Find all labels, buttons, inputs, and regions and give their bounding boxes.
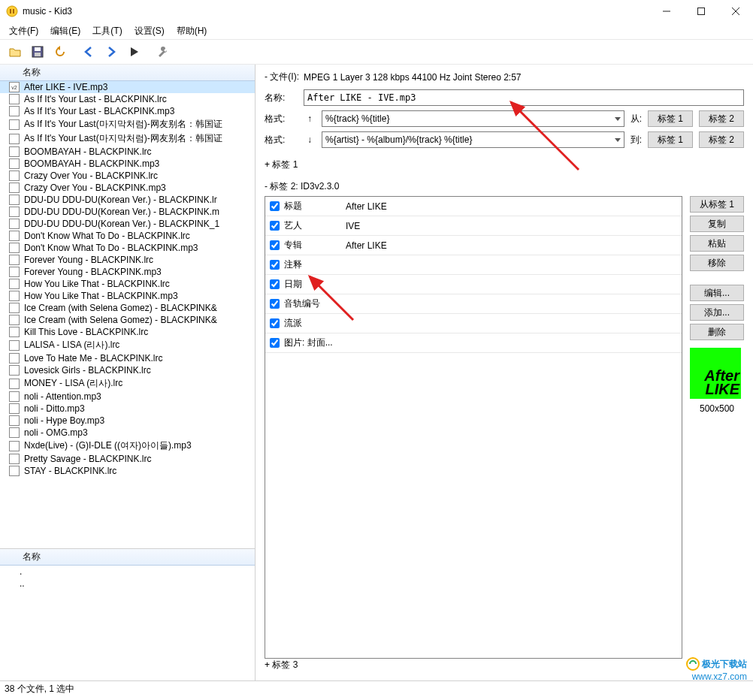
- tag-checkbox[interactable]: [270, 260, 280, 270]
- tag2-section[interactable]: - 标签 2: ID3v2.3.0: [265, 180, 744, 193]
- file-item[interactable]: Crazy Over You - BLACKPINK.lrc: [0, 170, 255, 182]
- file-info: - 文件(I): MPEG 1 Layer 3 128 kbps 44100 H…: [265, 71, 744, 83]
- tag-checkbox[interactable]: [270, 240, 280, 250]
- svg-rect-7: [35, 53, 41, 56]
- tag-name: 流派: [284, 317, 346, 330]
- remove-button[interactable]: 移除: [690, 255, 744, 271]
- tag-row[interactable]: 图片: 封面...: [265, 333, 682, 353]
- file-item[interactable]: DDU-DU DDU-DU(Korean Ver.) - BLACKPINK.m: [0, 206, 255, 218]
- file-item[interactable]: Forever Young - BLACKPINK.mp3: [0, 266, 255, 278]
- file-item[interactable]: Ice Cream (with Selena Gomez) - BLACKPIN…: [0, 302, 255, 314]
- to-tag2-button[interactable]: 标签 2: [699, 131, 744, 148]
- file-item[interactable]: BOOMBAYAH - BLACKPINK.lrc: [0, 146, 255, 158]
- tag-checkbox[interactable]: [270, 221, 280, 231]
- file-item[interactable]: Don't Know What To Do - BLACKPINK.lrc: [0, 230, 255, 242]
- tag-value[interactable]: After LIKE: [346, 201, 677, 212]
- from-tag1-button[interactable]: 标签 1: [648, 110, 693, 127]
- dir-dotdot[interactable]: ..: [20, 578, 25, 589]
- tag-value[interactable]: IVE: [346, 221, 677, 231]
- forward-icon[interactable]: [101, 41, 122, 62]
- open-folder-icon[interactable]: [5, 41, 26, 62]
- format-down-combo[interactable]: %{artist} - %{album}/%{track} %{title}: [322, 131, 624, 148]
- file-item[interactable]: noli - OMG.mp3: [0, 427, 255, 439]
- paste-button[interactable]: 粘贴: [690, 235, 744, 252]
- tag3-section[interactable]: + 标签 3: [265, 659, 744, 671]
- minimize-button[interactable]: [649, 0, 684, 23]
- back-icon[interactable]: [78, 41, 99, 62]
- configure-icon[interactable]: [152, 41, 173, 62]
- tag-checkbox[interactable]: [270, 318, 280, 328]
- file-item[interactable]: noli - Ditto.mp3: [0, 403, 255, 415]
- file-item[interactable]: As If It's Your Last - BLACKPINK.lrc: [0, 93, 255, 105]
- tag-row[interactable]: 日期: [265, 275, 682, 294]
- file-item[interactable]: Love To Hate Me - BLACKPINK.lrc: [0, 352, 255, 364]
- dir-dot[interactable]: .: [20, 566, 22, 577]
- filename-input[interactable]: [304, 89, 744, 106]
- name-label: 名称:: [265, 92, 298, 104]
- menu-edit[interactable]: 编辑(E): [46, 23, 85, 39]
- tag-row[interactable]: 音轨编号: [265, 294, 682, 314]
- file-list[interactable]: v2After LIKE - IVE.mp3As If It's Your La…: [0, 81, 255, 549]
- tag-row[interactable]: 流派: [265, 314, 682, 333]
- play-icon[interactable]: [123, 41, 144, 62]
- to-tag1-button[interactable]: 标签 1: [648, 131, 693, 148]
- cover-art[interactable]: After LIKE: [690, 348, 741, 399]
- file-item[interactable]: Crazy Over You - BLACKPINK.mp3: [0, 182, 255, 194]
- from-tag2-button[interactable]: 标签 2: [699, 110, 744, 127]
- tag-checkbox[interactable]: [270, 299, 280, 309]
- file-item[interactable]: Kill This Love - BLACKPINK.lrc: [0, 326, 255, 338]
- document-icon: [9, 303, 20, 313]
- copy-button[interactable]: 复制: [690, 216, 744, 232]
- file-item[interactable]: noli - Attention.mp3: [0, 391, 255, 403]
- file-list-header[interactable]: 名称: [0, 65, 255, 81]
- file-item[interactable]: BOOMBAYAH - BLACKPINK.mp3: [0, 158, 255, 170]
- menu-settings[interactable]: 设置(S): [130, 23, 169, 39]
- tag-row[interactable]: 专辑After LIKE: [265, 236, 682, 255]
- audio-icon: [9, 106, 20, 116]
- tag-table[interactable]: 标题After LIKE艺人IVE专辑After LIKE注释日期音轨编号流派图…: [265, 196, 682, 659]
- file-item[interactable]: DDU-DU DDU-DU(Korean Ver.) - BLACKPINK.l…: [0, 194, 255, 206]
- file-item[interactable]: As If It's Your Last - BLACKPINK.mp3: [0, 105, 255, 117]
- tag-row[interactable]: 标题After LIKE: [265, 197, 682, 216]
- tag-checkbox[interactable]: [270, 338, 280, 348]
- file-item[interactable]: Don't Know What To Do - BLACKPINK.mp3: [0, 242, 255, 254]
- save-icon[interactable]: [27, 41, 48, 62]
- maximize-button[interactable]: [684, 0, 718, 23]
- menu-help[interactable]: 帮助(H): [172, 23, 212, 39]
- file-item[interactable]: Lovesick Girls - BLACKPINK.lrc: [0, 364, 255, 376]
- close-button[interactable]: [718, 0, 753, 23]
- dir-tree-header[interactable]: 名称: [0, 549, 255, 566]
- file-item[interactable]: noli - Hype Boy.mp3: [0, 415, 255, 427]
- file-item[interactable]: Forever Young - BLACKPINK.lrc: [0, 254, 255, 266]
- tag-row[interactable]: 注释: [265, 255, 682, 275]
- dir-tree[interactable]: . ..: [0, 566, 255, 680]
- file-item[interactable]: How You Like That - BLACKPINK.lrc: [0, 278, 255, 290]
- file-item[interactable]: LALISA - LISA (리사).lrc: [0, 338, 255, 352]
- format-up-combo[interactable]: %{track} %{title}: [322, 110, 624, 127]
- tag-row[interactable]: 艺人IVE: [265, 216, 682, 236]
- delete-button[interactable]: 删除: [690, 324, 744, 340]
- from-tag1-side-button[interactable]: 从标签 1: [690, 196, 744, 213]
- tag-value[interactable]: After LIKE: [346, 240, 677, 251]
- tag-v2-icon: v2: [9, 82, 20, 92]
- file-item[interactable]: MONEY - LISA (리사).lrc: [0, 376, 255, 391]
- tag1-section[interactable]: + 标签 1: [265, 158, 744, 171]
- revert-icon[interactable]: [50, 41, 71, 62]
- tag-checkbox[interactable]: [270, 201, 280, 211]
- menu-tools[interactable]: 工具(T): [88, 23, 126, 39]
- file-item[interactable]: Ice Cream (with Selena Gomez) - BLACKPIN…: [0, 314, 255, 326]
- file-item[interactable]: STAY - BLACKPINK.lrc: [0, 465, 255, 477]
- edit-button[interactable]: 编辑...: [690, 285, 744, 301]
- file-item[interactable]: Pretty Savage - BLACKPINK.lrc: [0, 453, 255, 465]
- file-item[interactable]: DDU-DU DDU-DU(Korean Ver.) - BLACKPINK_1: [0, 218, 255, 230]
- tag-checkbox[interactable]: [270, 279, 280, 289]
- file-item[interactable]: How You Like That - BLACKPINK.mp3: [0, 290, 255, 302]
- file-item[interactable]: Nxde(Live) - (G)I-DLE ((여자)아이들).mp3: [0, 439, 255, 453]
- format-down-label: 格式:: [265, 134, 298, 146]
- file-item[interactable]: As If It's Your Last(마지막처럼)-网友别名：韩国证: [0, 131, 255, 146]
- tag-name: 日期: [284, 278, 346, 291]
- add-button[interactable]: 添加...: [690, 304, 744, 321]
- file-item[interactable]: As If It's Your Last(마지막처럼)-网友别名：韩国证: [0, 117, 255, 131]
- menu-file[interactable]: 文件(F): [5, 23, 43, 39]
- file-item[interactable]: v2After LIKE - IVE.mp3: [0, 81, 255, 93]
